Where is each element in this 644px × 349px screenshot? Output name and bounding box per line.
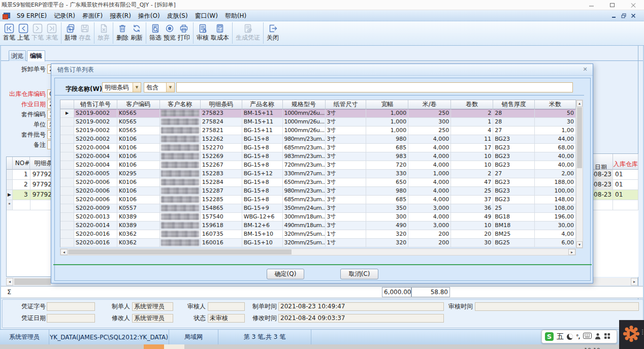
cell[interactable]: K0106 — [117, 161, 160, 170]
cell[interactable]: 47 — [451, 178, 493, 187]
cell[interactable] — [160, 161, 201, 170]
column-header-5[interactable]: 规格型号 — [283, 100, 326, 109]
cell[interactable]: S2020-0004 — [74, 161, 117, 170]
cell[interactable]: S2020-0014 — [74, 221, 117, 230]
table-row[interactable]: S2019-0002K0565275824BM-15+111000mm/26u.… — [60, 118, 576, 126]
cell[interactable]: WBG-12+6 — [242, 213, 283, 221]
mdi-minimize-icon[interactable] — [611, 13, 617, 18]
row-selector[interactable] — [60, 204, 74, 213]
cell[interactable]: 3,000 — [408, 204, 451, 213]
column-header-6[interactable]: 纸管尺寸 — [326, 100, 367, 109]
cell[interactable]: K0106 — [117, 144, 160, 152]
cell[interactable]: BG23 — [493, 178, 535, 187]
cell[interactable]: 685 — [366, 144, 408, 152]
cell[interactable]: 2,00 — [535, 170, 576, 178]
cell[interactable]: 40,00 — [535, 152, 576, 161]
toolbar-button-nav-prev[interactable]: 上笔 — [16, 21, 30, 42]
cell[interactable]: S2020-0006 — [74, 178, 117, 187]
main-hscrollbar-left[interactable]: ◂ — [6, 278, 52, 285]
table-row[interactable]: S2020-0006K0106152285BG-15+8685mm/23um..… — [60, 196, 576, 204]
cell[interactable]: 320mm/25um... — [283, 239, 326, 247]
cell[interactable]: K0106 — [117, 152, 160, 161]
cell[interactable]: 30,00 — [535, 221, 576, 230]
cell[interactable] — [160, 144, 201, 152]
cell[interactable]: 25 — [451, 187, 493, 196]
cell[interactable]: BG-15+11 — [242, 126, 283, 135]
cell[interactable]: BG23 — [493, 152, 535, 161]
table-row[interactable]: S2020-0004K0106152269BG-15+8983mm/23um..… — [60, 152, 576, 161]
cell[interactable]: 650mm/23um... — [283, 178, 326, 187]
cell[interactable]: S2020-0006 — [74, 196, 117, 204]
cell-no[interactable] — [13, 200, 30, 210]
cell-no[interactable]: 2 — [13, 180, 30, 190]
cell[interactable]: 2 — [451, 109, 493, 118]
cell[interactable]: 3,000 — [408, 221, 451, 230]
cell[interactable]: 28 — [493, 109, 535, 118]
cell[interactable]: K0106 — [117, 187, 160, 196]
cell[interactable]: 350 — [366, 204, 408, 213]
scrollbar-thumb[interactable] — [14, 278, 51, 285]
column-header-2[interactable]: 客户名称 — [160, 100, 201, 109]
cell[interactable]: 3寸 — [326, 170, 367, 178]
cell[interactable]: BG-15+9 — [242, 204, 283, 213]
cell[interactable]: 250 — [408, 109, 451, 118]
cell[interactable]: 3寸 — [326, 204, 367, 213]
cell[interactable]: 148,00 — [535, 196, 576, 204]
cell[interactable]: 40,00 — [535, 161, 576, 170]
cell[interactable]: 152270 — [201, 144, 242, 152]
cell-no[interactable]: 1 — [13, 170, 30, 180]
cell[interactable] — [160, 187, 201, 196]
scroll-right-icon[interactable]: ▸ — [631, 278, 638, 285]
cell[interactable]: BG23 — [493, 187, 535, 196]
cell[interactable]: BG-15+8 — [242, 152, 283, 161]
cell[interactable]: 4,000 — [408, 161, 451, 170]
table-row[interactable]: 2021-08-2301 — [589, 180, 638, 190]
cell[interactable]: S2020-0004 — [74, 152, 117, 161]
table-row[interactable]: S2020-0004K0106152270BG-15+8685mm/23um..… — [60, 144, 576, 152]
cell[interactable]: 50 — [535, 109, 576, 118]
cell[interactable]: 27 — [493, 126, 535, 135]
chevron-down-icon[interactable]: ▼ — [166, 83, 174, 92]
cell[interactable]: 490 — [366, 221, 408, 230]
cell[interactable]: BG-15+8 — [242, 135, 283, 144]
cell[interactable]: 154865 — [201, 204, 242, 213]
column-header-3[interactable]: 明细条码 — [201, 100, 242, 109]
cell[interactable]: 36 — [451, 204, 493, 213]
cell[interactable]: 1 — [451, 118, 493, 126]
table-row[interactable]: S2019-0002K0565275821BG-15+111000mm/26u.… — [60, 126, 576, 135]
row-selector[interactable] — [60, 213, 74, 221]
sogou-logo-icon[interactable]: S — [545, 332, 554, 341]
cell[interactable]: S2020-0004 — [74, 144, 117, 152]
table-row[interactable]: S2020-0004K0106152267BG-15+8720mm/23um..… — [60, 161, 576, 170]
cell[interactable]: K0106 — [117, 196, 160, 204]
toolbar-button-filter-search[interactable]: 筛选 — [148, 21, 163, 42]
row-selector[interactable]: * — [7, 200, 13, 210]
cell[interactable] — [160, 221, 201, 230]
cell[interactable] — [160, 170, 201, 178]
cancel-button[interactable]: 取消(C) — [340, 269, 378, 279]
cell[interactable]: 159618 — [201, 221, 242, 230]
cell[interactable]: K0565 — [117, 118, 160, 126]
cell[interactable]: BG23 — [493, 196, 535, 204]
cell-no[interactable]: 3 — [13, 190, 30, 200]
close-icon[interactable] — [630, 2, 636, 8]
cell[interactable]: BG-15+10 — [242, 239, 283, 247]
dialog-vscrollbar[interactable]: ▴ ▾ — [576, 100, 583, 248]
filter-field-combo[interactable]: 明细条码 ▼ — [102, 82, 141, 92]
cell[interactable]: 275821 — [201, 126, 242, 135]
row-selector[interactable] — [60, 230, 74, 239]
cell[interactable]: K0362 — [117, 239, 160, 247]
cell[interactable]: 196,00 — [535, 213, 576, 221]
column-header-11[interactable]: 米数 — [535, 100, 576, 109]
taskbar-item-light[interactable] — [164, 344, 184, 349]
cell[interactable]: BG18 — [493, 213, 535, 221]
toolbar-button-audit-doc[interactable]: 审核 — [196, 21, 210, 42]
column-header-4[interactable]: 产品名称 — [242, 100, 283, 109]
cell[interactable]: K0362 — [117, 230, 160, 239]
row-selector[interactable] — [60, 239, 74, 247]
row-selector[interactable]: ▶ — [7, 190, 13, 200]
mdi-close-icon[interactable] — [631, 13, 636, 18]
cell[interactable]: K0565 — [117, 126, 160, 135]
cell[interactable]: 685 — [366, 196, 408, 204]
cell[interactable] — [160, 126, 201, 135]
